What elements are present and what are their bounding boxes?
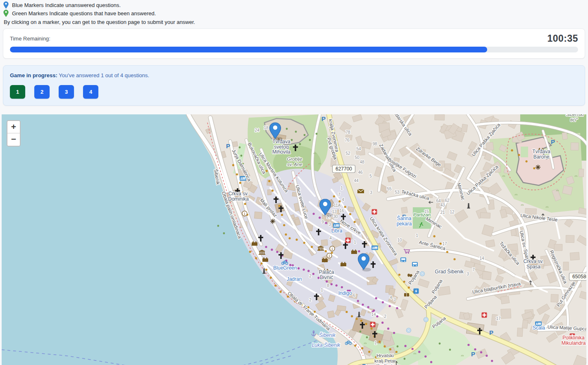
map-label: 4 xyxy=(342,197,344,202)
svg-text:P: P xyxy=(551,138,555,145)
book-icon xyxy=(404,293,409,296)
map-label: Šibenik xyxy=(319,332,336,338)
tree-icon xyxy=(366,337,368,339)
zoom-in-button[interactable]: + xyxy=(7,121,20,133)
pharmacy-icon xyxy=(370,322,376,327)
parking-icon: P xyxy=(489,329,493,336)
bus-icon xyxy=(412,262,418,267)
svg-text:i: i xyxy=(332,247,333,251)
fountain-icon xyxy=(424,318,429,322)
question-button-3[interactable]: 3 xyxy=(59,85,74,99)
map-label: 1 xyxy=(340,186,343,190)
parking-icon: P xyxy=(226,142,230,149)
fountain-icon xyxy=(407,328,411,333)
map-label: 8 xyxy=(327,283,329,288)
game-status-detail: You've answered 1 out of 4 questions. xyxy=(59,72,149,78)
star-icon xyxy=(270,219,275,224)
map-label: 24 xyxy=(255,128,259,133)
zoom-out-button[interactable]: − xyxy=(7,133,20,146)
map[interactable]: iiiPPPPPPPP kralja ZvonimiraPut grobljaJ… xyxy=(2,114,586,365)
game-status-text: Game in progress: You've answered 1 out … xyxy=(10,72,578,78)
tree-icon xyxy=(217,225,219,227)
game-status-bold: Game in progress: xyxy=(10,72,57,78)
map-label: 12 xyxy=(450,210,455,214)
tree-icon xyxy=(359,331,362,333)
tree-icon xyxy=(397,346,399,348)
green-marker-icon xyxy=(3,9,9,17)
legend-blue-text: Blue Markers Indicate unanswered questio… xyxy=(12,2,121,8)
map-label: 9 xyxy=(321,220,324,224)
time-progress-track xyxy=(10,47,578,52)
map-label: 46 xyxy=(358,170,363,175)
map-label: 2 xyxy=(309,274,312,278)
map-label: 3 xyxy=(393,297,396,302)
map-label: 17 xyxy=(442,242,447,246)
tree-icon xyxy=(299,143,301,145)
map-zoom-control: + − xyxy=(7,120,21,147)
map-label: 3 xyxy=(329,222,331,227)
game-status-card: Game in progress: You've answered 1 out … xyxy=(3,65,585,106)
legend-hint: By clicking on a marker, you can get to … xyxy=(3,19,585,25)
info-icon: i xyxy=(327,253,332,258)
parking-icon: P xyxy=(471,351,475,358)
tree-icon xyxy=(439,343,441,345)
map-label: Scala xyxy=(533,325,545,331)
tree-icon xyxy=(404,358,406,360)
question-button-2[interactable]: 2 xyxy=(34,85,50,99)
map-label: 2 xyxy=(384,314,386,319)
map-label: 3 xyxy=(370,190,372,195)
map-label: 43 xyxy=(440,203,445,207)
bus-icon xyxy=(400,258,406,262)
map-label: Grad Šibenik xyxy=(435,268,464,275)
map-label: 2 xyxy=(309,298,312,302)
map-label: 55 xyxy=(387,187,392,191)
map-label: 18 xyxy=(264,126,269,130)
tree-icon xyxy=(295,131,297,133)
map-label: Šarinapekara xyxy=(397,215,412,227)
parking-icon: P xyxy=(321,115,326,122)
svg-text:650580: 650580 xyxy=(572,274,586,280)
map-label: 14 xyxy=(479,256,484,261)
tree-icon xyxy=(316,133,318,135)
question-button-1[interactable]: 1 xyxy=(10,85,25,99)
info-icon: i xyxy=(330,246,335,251)
tree-icon xyxy=(291,139,293,141)
svg-text:P: P xyxy=(321,115,326,122)
map-label: Grobljesv. Ane xyxy=(287,156,302,167)
svg-text:627700: 627700 xyxy=(336,166,352,172)
map-label: PoliklinikaMikulandra xyxy=(562,335,586,346)
legend-green-text: Green Markers Indicate questions that ha… xyxy=(12,10,156,17)
map-label: 54 xyxy=(356,147,361,151)
map-label: PalačaDivnić xyxy=(319,269,334,280)
map-label: 62 xyxy=(445,198,450,203)
tree-icon xyxy=(449,349,451,351)
map-label: 13 xyxy=(332,209,337,214)
timer-card: Time Remaining: 100:35 xyxy=(3,28,585,59)
tree-icon xyxy=(240,155,243,157)
svg-text:P: P xyxy=(489,329,493,336)
map-label: 30 xyxy=(333,214,338,219)
svg-text:P: P xyxy=(471,351,475,358)
map-label: 1 xyxy=(374,341,377,345)
map-label: 76 xyxy=(345,138,350,142)
map-label: 4 xyxy=(390,295,392,300)
parking-icon: P xyxy=(551,138,555,145)
map-label: 53 xyxy=(395,190,400,194)
map-legend: Blue Markers Indicate unanswered questio… xyxy=(0,0,588,25)
map-label: 78 xyxy=(345,130,350,135)
route-badge: 627700 xyxy=(333,165,355,173)
map-label: 4 xyxy=(329,236,332,240)
map-label: Indigo xyxy=(338,290,352,296)
map-label: 6 xyxy=(353,293,355,298)
tree-icon xyxy=(239,147,241,149)
map-label: 5 xyxy=(369,174,372,178)
map-label: 7 xyxy=(472,268,475,272)
timer-value: 100:35 xyxy=(547,33,578,44)
timer-label: Time Remaining: xyxy=(10,36,50,42)
star-icon xyxy=(536,165,540,170)
parking-icon: P xyxy=(362,363,366,365)
map-label: 50 xyxy=(355,155,359,160)
map-label: Hrvatskikralj PetarKrešimir xyxy=(374,353,396,365)
charging-icon xyxy=(414,289,419,294)
question-button-4[interactable]: 4 xyxy=(83,85,98,99)
